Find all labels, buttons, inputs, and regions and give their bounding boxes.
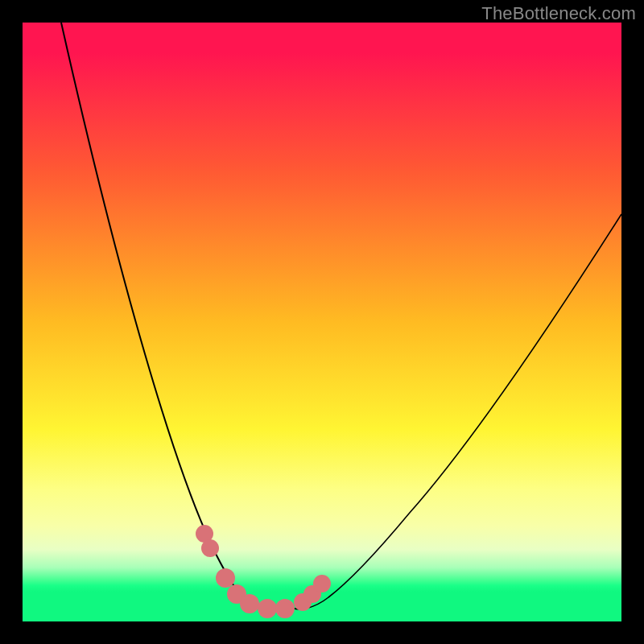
watermark-text: TheBottleneck.com (481, 3, 636, 24)
curve-marker (201, 539, 219, 557)
chart-svg (23, 23, 621, 621)
curve-marker (240, 594, 259, 613)
bottleneck-curve-left (61, 23, 291, 610)
curve-marker (258, 599, 277, 618)
bottleneck-curve-right (291, 214, 621, 609)
curve-marker (216, 568, 235, 588)
curve-marker (275, 599, 295, 618)
chart-plot-area (23, 23, 621, 621)
curve-marker (313, 575, 331, 592)
marker-group (196, 525, 331, 618)
